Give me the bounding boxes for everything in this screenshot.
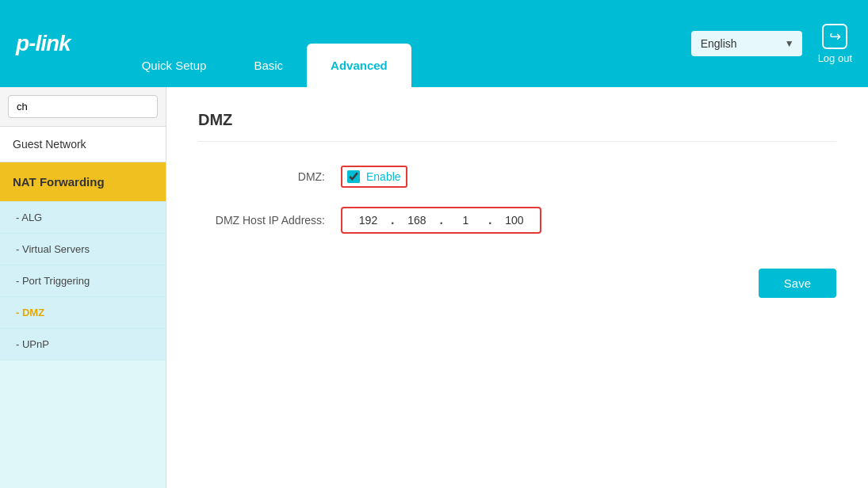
save-button[interactable]: Save: [759, 269, 836, 298]
dmz-enable-control: Enable: [341, 166, 407, 188]
sidebar: Guest Network NAT Forwarding - ALG - Vir…: [0, 87, 166, 488]
dmz-label: DMZ:: [198, 170, 325, 183]
sidebar-item-upnp[interactable]: - UPnP: [0, 329, 166, 360]
ip-dot-2: .: [439, 213, 442, 227]
enable-checkbox-wrapper: Enable: [341, 166, 407, 188]
sidebar-item-dmz[interactable]: - DMZ: [0, 297, 166, 329]
page-title: DMZ: [198, 111, 836, 142]
dmz-enable-row: DMZ: Enable: [198, 166, 836, 188]
dmz-ip-row: DMZ Host IP Address: . . .: [198, 207, 836, 234]
tab-advanced[interactable]: Advanced: [307, 44, 411, 87]
ip-octet-2[interactable]: [399, 214, 434, 227]
sidebar-item-guest-network[interactable]: Guest Network: [0, 127, 166, 162]
logo: p-link: [16, 31, 71, 56]
ip-dot-3: .: [488, 213, 491, 227]
ip-octet-4[interactable]: [496, 214, 532, 227]
search-input[interactable]: [8, 95, 158, 118]
sidebar-item-nat-forwarding[interactable]: NAT Forwarding: [0, 162, 166, 202]
ip-field: . . .: [341, 207, 541, 234]
sidebar-item-alg[interactable]: - ALG: [0, 202, 166, 234]
enable-label: Enable: [366, 170, 401, 183]
ip-dot-1: .: [391, 213, 394, 227]
tab-basic[interactable]: Basic: [230, 44, 307, 87]
sidebar-search-wrapper: [0, 87, 166, 127]
logout-icon: ↪: [822, 24, 847, 49]
header-right: English Chinese French German ▼ ↪ Log ou…: [691, 24, 852, 64]
ip-octet-3[interactable]: [448, 214, 484, 227]
language-select[interactable]: English Chinese French German: [691, 31, 802, 56]
content-area: DMZ DMZ: Enable DMZ Host IP Address: . .: [166, 87, 868, 488]
nav-tabs: Quick Setup Basic Advanced: [118, 0, 411, 87]
logout-button[interactable]: ↪ Log out: [818, 24, 852, 64]
enable-checkbox[interactable]: [347, 170, 360, 183]
main-layout: Guest Network NAT Forwarding - ALG - Vir…: [0, 87, 868, 488]
tab-quick-setup[interactable]: Quick Setup: [118, 44, 231, 87]
ip-control: . . .: [341, 207, 541, 234]
logout-label: Log out: [818, 52, 852, 64]
header: p-link Quick Setup Basic Advanced Englis…: [0, 0, 868, 87]
language-selector[interactable]: English Chinese French German ▼: [691, 31, 802, 56]
sidebar-item-virtual-servers[interactable]: - Virtual Servers: [0, 234, 166, 265]
ip-octet-1[interactable]: [350, 214, 386, 227]
sidebar-item-port-triggering[interactable]: - Port Triggering: [0, 265, 166, 297]
ip-label: DMZ Host IP Address:: [198, 214, 325, 227]
